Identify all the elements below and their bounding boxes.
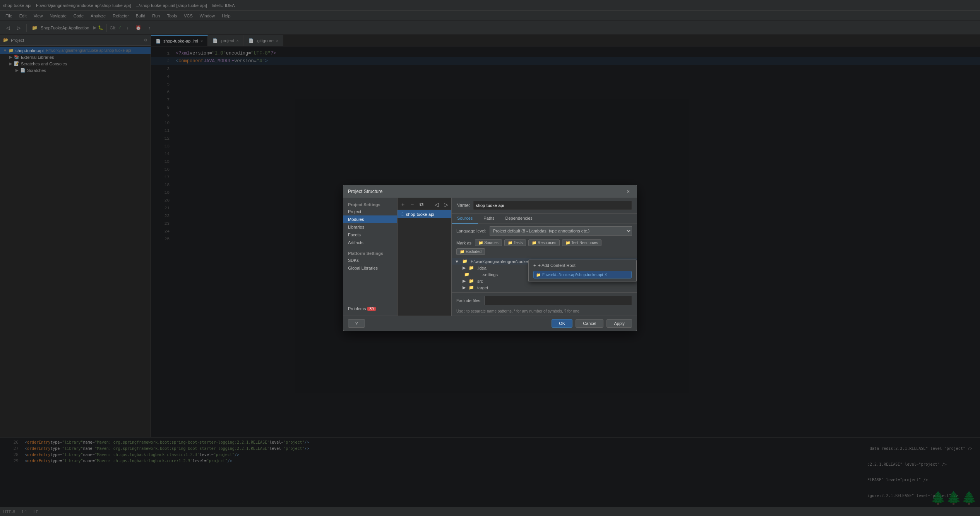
add-module-button[interactable]: + <box>399 201 407 208</box>
nav-item-artifacts[interactable]: Artifacts <box>343 239 397 246</box>
dialog-title-label: Project Structure <box>348 189 382 194</box>
exclude-files-label: Exclude files: <box>456 298 481 303</box>
nav-item-facets[interactable]: Facets <box>343 231 397 239</box>
footer-buttons: OK Cancel Apply <box>552 319 632 328</box>
mark-sources-button[interactable]: 📁 Sources <box>475 239 502 246</box>
problems-label: Problems <box>348 306 366 311</box>
module-item[interactable]: ⬡ shop-tuoke-api <box>397 210 451 218</box>
mark-as-row: Mark as: 📁 Sources 📁 Tests 📁 Resources <box>452 238 637 256</box>
nav-spacer <box>343 272 397 305</box>
exclude-files-input[interactable] <box>485 296 632 305</box>
path-tag-close[interactable]: × <box>605 272 607 277</box>
target-expand-arrow: ▶ <box>463 285 466 290</box>
mark-test-resources-button[interactable]: 📁 Test Resources <box>562 239 601 246</box>
settings-folder-label: .settings <box>482 272 498 277</box>
dialog-body: Project Settings Project Modules Librari… <box>343 198 637 316</box>
project-structure-dialog: Project Structure × Project Settings Pro… <box>343 185 637 331</box>
module-label: shop-tuoke-api <box>406 212 434 217</box>
root-folder-icon: 📁 <box>462 259 468 264</box>
excluded-folder-icon: 📁 <box>460 249 464 254</box>
src-folder-label: src <box>477 279 483 284</box>
target-folder-icon: 📁 <box>469 285 474 290</box>
idea-expand-arrow: ▶ <box>463 265 466 270</box>
tab-sources[interactable]: Sources <box>452 214 478 224</box>
mark-excluded-button[interactable]: 📁 Excluded <box>456 248 485 255</box>
sources-folder-icon: 📁 <box>478 241 483 245</box>
exclude-files-row: Exclude files: <box>452 292 637 308</box>
nav-forward-button[interactable]: ▷ <box>442 201 450 208</box>
idea-folder-label: .idea <box>477 266 487 270</box>
src-folder-icon: 📁 <box>469 279 474 284</box>
copy-module-button[interactable]: ⧉ <box>418 201 425 208</box>
tab-paths[interactable]: Paths <box>478 214 500 224</box>
remove-module-button[interactable]: − <box>408 201 416 208</box>
idea-folder-icon: 📁 <box>469 265 474 270</box>
dialog-footer: ? OK Cancel Apply <box>343 316 637 331</box>
add-content-root-icon: + <box>533 263 536 268</box>
nav-item-sdks[interactable]: SDKs <box>343 256 397 264</box>
apply-button[interactable]: Apply <box>607 319 632 328</box>
right-content-panel: Name: Sources Paths Dependencies Languag… <box>452 198 637 316</box>
tree-panel-header: + − ⧉ ◁ ▷ <box>397 199 451 210</box>
mark-as-label: Mark as: <box>456 241 473 245</box>
nav-item-global-libraries[interactable]: Global Libraries <box>343 264 397 272</box>
add-content-root-popup: + + Add Content Root 📁 F:\work\...\tuoke… <box>528 260 637 282</box>
dialog-overlay: Project Structure × Project Settings Pro… <box>0 0 980 516</box>
nav-item-modules[interactable]: Modules <box>343 215 397 223</box>
module-tree-panel: + − ⧉ ◁ ▷ ⬡ shop-tuoke-api <box>397 198 452 316</box>
nav-item-libraries[interactable]: Libraries <box>343 223 397 231</box>
path-tag: 📁 F:\work\...\tuoke-api\shop-tuoke-api × <box>533 271 632 279</box>
mark-resources-button[interactable]: 📁 Resources <box>528 239 560 246</box>
target-folder-label: target <box>477 285 488 290</box>
content-root-panel: ▼ 📁 F:\work\jiangnanfengran\tuoke-api\sh… <box>452 256 637 292</box>
help-button[interactable]: ? <box>348 319 365 328</box>
dialog-title-bar: Project Structure × <box>343 185 637 198</box>
root-expand-arrow: ▼ <box>455 259 459 264</box>
language-level-row: Language level: Project default (8 - Lam… <box>452 224 637 238</box>
right-tabs: Sources Paths Dependencies <box>452 214 637 224</box>
mark-tests-button[interactable]: 📁 Tests <box>504 239 526 246</box>
problems-badge: 89 <box>367 307 375 311</box>
path-tag-icon: 📁 <box>536 273 541 277</box>
module-icon: ⬡ <box>401 212 404 217</box>
name-row: Name: <box>452 198 637 214</box>
tab-dependencies[interactable]: Dependencies <box>500 214 538 224</box>
dialog-close-button[interactable]: × <box>624 188 632 195</box>
src-expand-arrow: ▶ <box>463 279 466 284</box>
name-label: Name: <box>456 203 470 208</box>
cancel-button[interactable]: Cancel <box>576 319 603 328</box>
target-folder-item[interactable]: ▶ 📁 target <box>452 284 637 291</box>
resources-folder-icon: 📁 <box>532 241 536 245</box>
nav-back-button[interactable]: ◁ <box>433 201 440 208</box>
add-content-root-label: + Add Content Root <box>538 263 575 268</box>
language-level-label: Language level: <box>456 229 487 233</box>
name-input[interactable] <box>473 201 632 210</box>
left-nav-panel: Project Settings Project Modules Librari… <box>343 198 397 316</box>
project-settings-header: Project Settings <box>343 201 397 208</box>
tests-folder-icon: 📁 <box>508 241 512 245</box>
add-content-root-item[interactable]: + + Add Content Root <box>529 261 636 269</box>
settings-folder-icon-item: 📁 <box>464 272 469 277</box>
path-tag-text: F:\work\...\tuoke-api\shop-tuoke-api <box>542 273 603 277</box>
platform-settings-header: Platform Settings <box>343 249 397 256</box>
nav-separator <box>343 246 397 249</box>
nav-item-project[interactable]: Project <box>343 208 397 215</box>
test-resources-folder-icon: 📁 <box>565 241 570 245</box>
ok-button[interactable]: OK <box>552 319 572 328</box>
nav-item-problems[interactable]: Problems 89 <box>343 305 397 313</box>
exclude-hint: Use ; to separate name patterns, * for a… <box>452 308 637 316</box>
language-level-select[interactable]: Project default (8 - Lambdas, type annot… <box>490 226 632 236</box>
